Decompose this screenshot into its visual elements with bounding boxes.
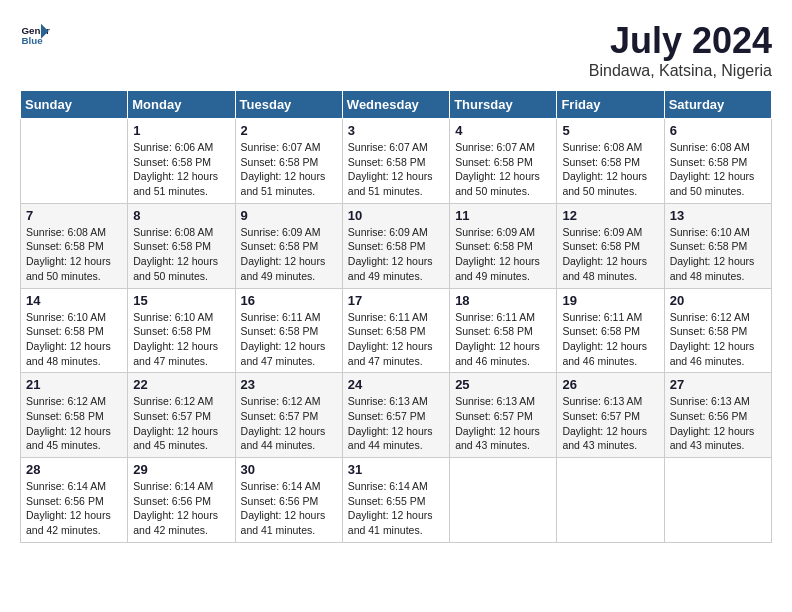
day-number: 6 — [670, 123, 766, 138]
day-number: 15 — [133, 293, 229, 308]
calendar-cell: 4Sunrise: 6:07 AMSunset: 6:58 PMDaylight… — [450, 119, 557, 204]
cell-info: Sunrise: 6:08 AMSunset: 6:58 PMDaylight:… — [133, 225, 229, 284]
calendar-cell: 18Sunrise: 6:11 AMSunset: 6:58 PMDayligh… — [450, 288, 557, 373]
day-number: 3 — [348, 123, 444, 138]
calendar-cell: 7Sunrise: 6:08 AMSunset: 6:58 PMDaylight… — [21, 203, 128, 288]
cell-info: Sunrise: 6:10 AMSunset: 6:58 PMDaylight:… — [26, 310, 122, 369]
month-title: July 2024 — [589, 20, 772, 62]
calendar-cell: 12Sunrise: 6:09 AMSunset: 6:58 PMDayligh… — [557, 203, 664, 288]
calendar-cell: 28Sunrise: 6:14 AMSunset: 6:56 PMDayligh… — [21, 458, 128, 543]
cell-info: Sunrise: 6:13 AMSunset: 6:57 PMDaylight:… — [348, 394, 444, 453]
day-number: 31 — [348, 462, 444, 477]
cell-info: Sunrise: 6:11 AMSunset: 6:58 PMDaylight:… — [241, 310, 337, 369]
cell-info: Sunrise: 6:13 AMSunset: 6:57 PMDaylight:… — [562, 394, 658, 453]
weekday-header: Friday — [557, 91, 664, 119]
calendar-table: SundayMondayTuesdayWednesdayThursdayFrid… — [20, 90, 772, 543]
day-number: 7 — [26, 208, 122, 223]
day-number: 25 — [455, 377, 551, 392]
calendar-cell: 6Sunrise: 6:08 AMSunset: 6:58 PMDaylight… — [664, 119, 771, 204]
logo: General Blue — [20, 20, 50, 50]
day-number: 4 — [455, 123, 551, 138]
day-number: 27 — [670, 377, 766, 392]
weekday-header: Monday — [128, 91, 235, 119]
cell-info: Sunrise: 6:12 AMSunset: 6:57 PMDaylight:… — [241, 394, 337, 453]
cell-info: Sunrise: 6:12 AMSunset: 6:57 PMDaylight:… — [133, 394, 229, 453]
calendar-cell: 5Sunrise: 6:08 AMSunset: 6:58 PMDaylight… — [557, 119, 664, 204]
day-number: 29 — [133, 462, 229, 477]
day-number: 21 — [26, 377, 122, 392]
day-number: 20 — [670, 293, 766, 308]
weekday-header: Saturday — [664, 91, 771, 119]
calendar-cell: 11Sunrise: 6:09 AMSunset: 6:58 PMDayligh… — [450, 203, 557, 288]
weekday-header: Wednesday — [342, 91, 449, 119]
day-number: 9 — [241, 208, 337, 223]
day-number: 16 — [241, 293, 337, 308]
calendar-cell: 29Sunrise: 6:14 AMSunset: 6:56 PMDayligh… — [128, 458, 235, 543]
cell-info: Sunrise: 6:12 AMSunset: 6:58 PMDaylight:… — [26, 394, 122, 453]
cell-info: Sunrise: 6:12 AMSunset: 6:58 PMDaylight:… — [670, 310, 766, 369]
calendar-cell: 10Sunrise: 6:09 AMSunset: 6:58 PMDayligh… — [342, 203, 449, 288]
day-number: 30 — [241, 462, 337, 477]
cell-info: Sunrise: 6:07 AMSunset: 6:58 PMDaylight:… — [348, 140, 444, 199]
cell-info: Sunrise: 6:09 AMSunset: 6:58 PMDaylight:… — [241, 225, 337, 284]
day-number: 8 — [133, 208, 229, 223]
svg-text:Blue: Blue — [22, 35, 44, 46]
weekday-header: Tuesday — [235, 91, 342, 119]
cell-info: Sunrise: 6:06 AMSunset: 6:58 PMDaylight:… — [133, 140, 229, 199]
day-number: 1 — [133, 123, 229, 138]
cell-info: Sunrise: 6:07 AMSunset: 6:58 PMDaylight:… — [455, 140, 551, 199]
calendar-cell: 13Sunrise: 6:10 AMSunset: 6:58 PMDayligh… — [664, 203, 771, 288]
cell-info: Sunrise: 6:11 AMSunset: 6:58 PMDaylight:… — [562, 310, 658, 369]
cell-info: Sunrise: 6:14 AMSunset: 6:56 PMDaylight:… — [26, 479, 122, 538]
calendar-cell: 22Sunrise: 6:12 AMSunset: 6:57 PMDayligh… — [128, 373, 235, 458]
cell-info: Sunrise: 6:11 AMSunset: 6:58 PMDaylight:… — [455, 310, 551, 369]
cell-info: Sunrise: 6:14 AMSunset: 6:56 PMDaylight:… — [241, 479, 337, 538]
day-number: 19 — [562, 293, 658, 308]
calendar-week-row: 1Sunrise: 6:06 AMSunset: 6:58 PMDaylight… — [21, 119, 772, 204]
logo-icon: General Blue — [20, 20, 50, 50]
weekday-header: Thursday — [450, 91, 557, 119]
calendar-cell: 15Sunrise: 6:10 AMSunset: 6:58 PMDayligh… — [128, 288, 235, 373]
cell-info: Sunrise: 6:10 AMSunset: 6:58 PMDaylight:… — [670, 225, 766, 284]
page-header: General Blue July 2024 Bindawa, Katsina,… — [20, 20, 772, 80]
title-block: July 2024 Bindawa, Katsina, Nigeria — [589, 20, 772, 80]
calendar-cell: 23Sunrise: 6:12 AMSunset: 6:57 PMDayligh… — [235, 373, 342, 458]
cell-info: Sunrise: 6:13 AMSunset: 6:56 PMDaylight:… — [670, 394, 766, 453]
day-number: 13 — [670, 208, 766, 223]
calendar-cell: 2Sunrise: 6:07 AMSunset: 6:58 PMDaylight… — [235, 119, 342, 204]
day-number: 5 — [562, 123, 658, 138]
calendar-cell — [21, 119, 128, 204]
cell-info: Sunrise: 6:09 AMSunset: 6:58 PMDaylight:… — [348, 225, 444, 284]
calendar-cell: 25Sunrise: 6:13 AMSunset: 6:57 PMDayligh… — [450, 373, 557, 458]
calendar-cell: 8Sunrise: 6:08 AMSunset: 6:58 PMDaylight… — [128, 203, 235, 288]
day-number: 22 — [133, 377, 229, 392]
day-number: 23 — [241, 377, 337, 392]
calendar-week-row: 28Sunrise: 6:14 AMSunset: 6:56 PMDayligh… — [21, 458, 772, 543]
cell-info: Sunrise: 6:13 AMSunset: 6:57 PMDaylight:… — [455, 394, 551, 453]
weekday-header-row: SundayMondayTuesdayWednesdayThursdayFrid… — [21, 91, 772, 119]
cell-info: Sunrise: 6:14 AMSunset: 6:55 PMDaylight:… — [348, 479, 444, 538]
calendar-cell — [557, 458, 664, 543]
calendar-week-row: 14Sunrise: 6:10 AMSunset: 6:58 PMDayligh… — [21, 288, 772, 373]
day-number: 14 — [26, 293, 122, 308]
calendar-cell: 26Sunrise: 6:13 AMSunset: 6:57 PMDayligh… — [557, 373, 664, 458]
day-number: 17 — [348, 293, 444, 308]
calendar-cell: 31Sunrise: 6:14 AMSunset: 6:55 PMDayligh… — [342, 458, 449, 543]
day-number: 11 — [455, 208, 551, 223]
day-number: 24 — [348, 377, 444, 392]
location: Bindawa, Katsina, Nigeria — [589, 62, 772, 80]
cell-info: Sunrise: 6:08 AMSunset: 6:58 PMDaylight:… — [670, 140, 766, 199]
cell-info: Sunrise: 6:08 AMSunset: 6:58 PMDaylight:… — [26, 225, 122, 284]
weekday-header: Sunday — [21, 91, 128, 119]
calendar-cell — [664, 458, 771, 543]
day-number: 18 — [455, 293, 551, 308]
day-number: 10 — [348, 208, 444, 223]
cell-info: Sunrise: 6:09 AMSunset: 6:58 PMDaylight:… — [455, 225, 551, 284]
calendar-cell: 9Sunrise: 6:09 AMSunset: 6:58 PMDaylight… — [235, 203, 342, 288]
calendar-cell — [450, 458, 557, 543]
cell-info: Sunrise: 6:11 AMSunset: 6:58 PMDaylight:… — [348, 310, 444, 369]
calendar-cell: 17Sunrise: 6:11 AMSunset: 6:58 PMDayligh… — [342, 288, 449, 373]
calendar-cell: 16Sunrise: 6:11 AMSunset: 6:58 PMDayligh… — [235, 288, 342, 373]
day-number: 12 — [562, 208, 658, 223]
calendar-cell: 24Sunrise: 6:13 AMSunset: 6:57 PMDayligh… — [342, 373, 449, 458]
